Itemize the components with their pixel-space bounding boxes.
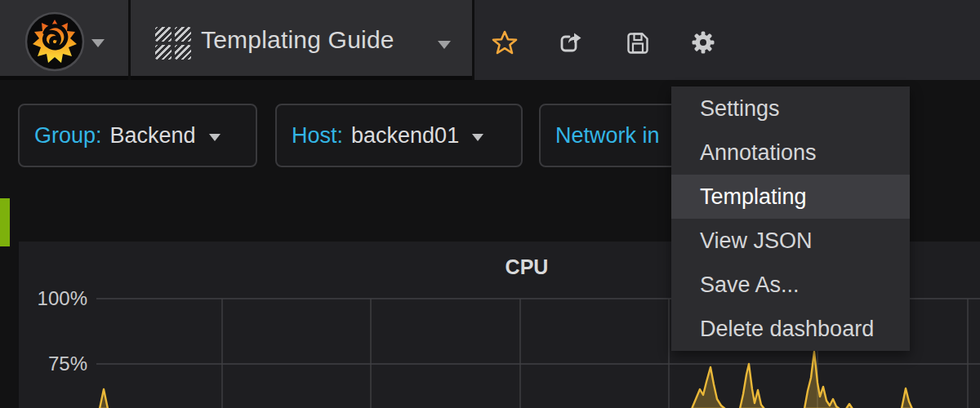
dashboard-grid-icon[interactable] <box>155 27 191 61</box>
menu-item-settings[interactable]: Settings <box>671 86 910 131</box>
variable-dropdown-host[interactable]: Host: backend01 <box>275 104 523 167</box>
navbar-icons-zone <box>474 0 980 80</box>
top-navbar: Templating Guide <box>0 0 980 80</box>
variable-dropdown-group[interactable]: Group: Backend <box>18 104 257 167</box>
dashboard-title[interactable]: Templating Guide <box>201 0 394 80</box>
navbar-separator <box>472 0 474 80</box>
share-icon[interactable] <box>558 29 584 55</box>
navbar-separator <box>128 0 131 80</box>
variable-label: Network in <box>555 123 660 149</box>
dashboard-picker-caret-icon[interactable] <box>438 41 451 49</box>
menu-item-view-json[interactable]: View JSON <box>671 219 910 263</box>
grafana-dashboard: Templating Guide <box>0 0 980 408</box>
dashboard-settings-menu: Settings Annotations Templating View JSO… <box>671 86 910 351</box>
variable-value: backend01 <box>351 123 459 149</box>
save-icon[interactable] <box>626 31 652 57</box>
variable-label: Host: <box>292 123 343 149</box>
menu-item-templating[interactable]: Templating <box>671 175 910 219</box>
org-switcher-caret-icon[interactable] <box>91 39 105 47</box>
chevron-down-icon <box>472 134 483 141</box>
gear-icon[interactable] <box>690 29 716 55</box>
grafana-logo[interactable] <box>24 11 85 72</box>
star-icon[interactable] <box>492 29 518 55</box>
variable-value: Backend <box>110 123 196 149</box>
chevron-down-icon <box>209 134 220 141</box>
menu-item-annotations[interactable]: Annotations <box>671 131 910 175</box>
menu-item-delete-dashboard[interactable]: Delete dashboard <box>671 307 910 351</box>
variable-label: Group: <box>34 123 102 149</box>
menu-item-save-as[interactable]: Save As... <box>671 263 910 307</box>
